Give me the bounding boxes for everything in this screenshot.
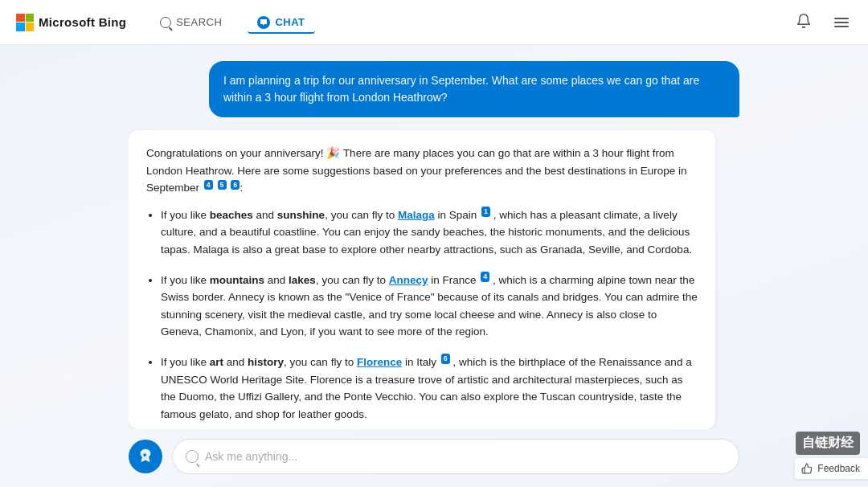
feedback-button[interactable]: Feedback (795, 458, 868, 479)
citation-5: 5 (218, 180, 227, 190)
logo-area: Microsoft Bing (16, 14, 126, 31)
user-message-bubble: I am planning a trip for our anniversary… (209, 61, 739, 117)
nav-chat-label: CHAT (275, 16, 305, 28)
chat-area: I am planning a trip for our anniversary… (129, 45, 739, 429)
input-area: Ask me anything... (129, 429, 739, 487)
input-placeholder: Ask me anything... (205, 450, 297, 463)
ai-response-card: Congratulations on your anniversary! 🎉 T… (129, 130, 715, 429)
citation-6: 6 (231, 180, 240, 190)
thumbs-up-icon (801, 463, 813, 474)
chat-icon (257, 16, 270, 29)
citation-4: 4 (204, 180, 213, 190)
ai-intro: Congratulations on your anniversary! 🎉 T… (146, 145, 698, 197)
list-item: If you like mountains and lakes, you can… (161, 272, 698, 341)
user-message-text: I am planning a trip for our anniversary… (223, 74, 699, 104)
ai-intro-text: Congratulations on your anniversary! 🎉 T… (146, 147, 686, 194)
logo-text: Microsoft Bing (39, 15, 126, 29)
citation-1: 1 (481, 207, 490, 217)
feedback-label: Feedback (817, 463, 860, 474)
city-annecy: Annecy (389, 274, 428, 286)
microsoft-logo (16, 14, 34, 31)
chat-input-box[interactable]: Ask me anything... (172, 439, 739, 474)
city-florence: Florence (357, 356, 402, 368)
citation-6b: 6 (441, 354, 450, 364)
nav-search-label: SEARCH (176, 16, 222, 28)
input-search-icon (186, 450, 199, 463)
main-content: I am planning a trip for our anniversary… (0, 45, 868, 487)
hamburger-menu[interactable] (831, 14, 852, 31)
header: Microsoft Bing SEARCH CHAT (0, 0, 868, 45)
nav-chat[interactable]: CHAT (248, 11, 314, 34)
city-malaga: Malaga (398, 209, 435, 221)
ai-suggestions-list: If you like beaches and sunshine, you ca… (146, 207, 698, 424)
notification-bell[interactable] (792, 10, 815, 35)
citation-4b: 4 (481, 272, 489, 282)
search-icon (160, 17, 171, 28)
nav-search[interactable]: SEARCH (150, 11, 231, 33)
list-item: If you like art and history, you can fly… (161, 354, 698, 423)
list-item: If you like beaches and sunshine, you ca… (161, 207, 698, 259)
copilot-button[interactable] (129, 440, 162, 473)
